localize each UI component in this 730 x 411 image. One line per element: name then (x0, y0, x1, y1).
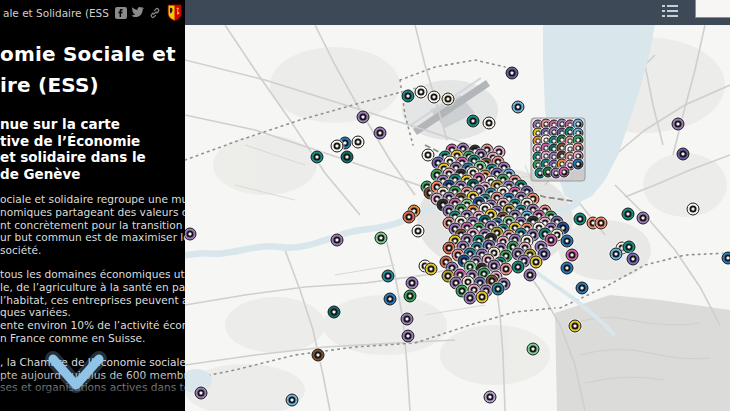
poi-marker[interactable] (576, 282, 589, 295)
poi-marker[interactable] (687, 203, 700, 216)
poi-marker[interactable] (442, 93, 455, 106)
poi-marker[interactable] (428, 91, 441, 104)
poi-marker[interactable] (331, 140, 344, 153)
poi-marker[interactable] (569, 320, 582, 333)
intro-paragraph: ociale et solidaire regroupe une multitu… (0, 193, 185, 257)
text-line: et solidaire dans le (0, 149, 185, 166)
twitter-icon[interactable] (131, 6, 144, 19)
text-line: l’habitat, ces entreprises peuvent avoir… (0, 294, 185, 307)
poi-marker[interactable] (610, 248, 623, 261)
text-line: le, de l’agriculture à la santé en passa… (0, 281, 185, 294)
text-line: omie Sociale et (0, 39, 185, 70)
chevron-down-icon[interactable] (36, 351, 116, 397)
poi-marker[interactable] (574, 213, 587, 226)
poi-marker[interactable] (195, 387, 208, 400)
poi-marker[interactable] (375, 232, 388, 245)
top-bar-site-section: ale et Solidaire (ESS) (0, 0, 185, 25)
poi-marker[interactable] (561, 262, 574, 275)
poi-marker[interactable] (530, 256, 543, 269)
text-line: nue sur la carte (0, 116, 185, 133)
text-line: ente environ 10% de l’activité économiqu… (0, 319, 185, 332)
poi-marker[interactable] (352, 136, 365, 149)
text-line: de Genève (0, 166, 185, 183)
caption-sidebar: omie Sociale etire (ESS) nue sur la cart… (0, 25, 185, 411)
poi-marker[interactable] (622, 208, 635, 221)
poi-marker[interactable] (357, 111, 370, 124)
poi-marker[interactable] (341, 151, 354, 164)
site-title: ale et Solidaire (ESS) (0, 7, 110, 19)
umap-ess-geneva-app: ale et Solidaire (ESS) (0, 0, 730, 411)
text-line: nomiques partageant des valeurs communes (0, 206, 185, 219)
poi-marker[interactable] (512, 261, 525, 274)
map-canvas[interactable] (185, 25, 730, 411)
poi-marker[interactable] (573, 159, 584, 170)
poi-marker[interactable] (464, 292, 477, 305)
poi-marker[interactable] (331, 234, 344, 247)
text-line: n France comme en Suisse. (0, 332, 185, 345)
geneva-coat-of-arms-logo[interactable] (167, 4, 182, 21)
poi-marker[interactable] (483, 117, 496, 130)
poi-marker[interactable] (401, 313, 414, 326)
poi-marker[interactable] (595, 217, 608, 230)
poi-marker[interactable] (406, 277, 419, 290)
poi-marker[interactable] (506, 67, 519, 80)
poi-marker[interactable] (403, 211, 416, 224)
text-line: société. (0, 244, 185, 257)
top-bar: ale et Solidaire (ESS) (0, 0, 730, 25)
poi-marker[interactable] (382, 270, 395, 283)
poi-marker[interactable] (328, 306, 341, 319)
poi-marker[interactable] (311, 151, 324, 164)
text-line: ociale et solidaire regroupe une multitu… (0, 193, 185, 206)
layers-list-icon[interactable] (662, 4, 678, 19)
welcome-heading: nue sur la cartetive de l’Économieet sol… (0, 116, 185, 182)
poi-marker[interactable] (402, 90, 415, 103)
poi-marker[interactable] (637, 212, 650, 225)
corner-panel (695, 0, 730, 18)
text-line: nt concrètement pour la transition écolo… (0, 219, 185, 232)
link-icon[interactable] (148, 6, 161, 19)
text-line: ire (ESS) (0, 70, 185, 101)
poi-marker[interactable] (484, 391, 497, 404)
chamber-paragraph-faded-line: tivités et réalisant 450 millions de chi… (0, 405, 185, 411)
poi-marker[interactable] (527, 343, 540, 356)
poi-marker[interactable] (561, 235, 574, 248)
poi-marker[interactable] (415, 86, 428, 99)
poi-marker[interactable] (402, 330, 415, 343)
poi-marker[interactable] (374, 127, 387, 140)
poi-marker[interactable] (476, 291, 489, 304)
poi-marker[interactable] (559, 167, 570, 178)
page-title: omie Sociale etire (ESS) (0, 39, 185, 101)
poi-marker[interactable] (312, 349, 325, 362)
poi-marker[interactable] (404, 290, 417, 303)
marker-layer (185, 25, 730, 411)
poi-marker[interactable] (286, 394, 299, 407)
poi-marker[interactable] (467, 115, 480, 128)
text-line: ur but commun est de maximiser leur impa… (0, 231, 185, 244)
poi-marker[interactable] (185, 228, 197, 241)
poi-marker[interactable] (384, 293, 397, 306)
text-line: ques variées. (0, 306, 185, 319)
poi-marker[interactable] (672, 118, 685, 131)
domains-paragraph: tous les domaines économiques utiles à u… (0, 268, 185, 345)
text-line: tous les domaines économiques utiles à u… (0, 268, 185, 281)
poi-marker[interactable] (524, 269, 537, 282)
poi-marker[interactable] (677, 148, 690, 161)
map-top-bar (185, 0, 730, 25)
facebook-icon[interactable] (114, 6, 127, 19)
poi-marker[interactable] (425, 263, 438, 276)
poi-marker[interactable] (722, 252, 730, 265)
poi-marker[interactable] (627, 253, 640, 266)
poi-marker[interactable] (566, 249, 579, 262)
poi-marker[interactable] (512, 101, 525, 114)
poi-marker[interactable] (492, 283, 505, 296)
poi-marker[interactable] (412, 225, 425, 238)
text-line: tive de l’Économie (0, 133, 185, 150)
